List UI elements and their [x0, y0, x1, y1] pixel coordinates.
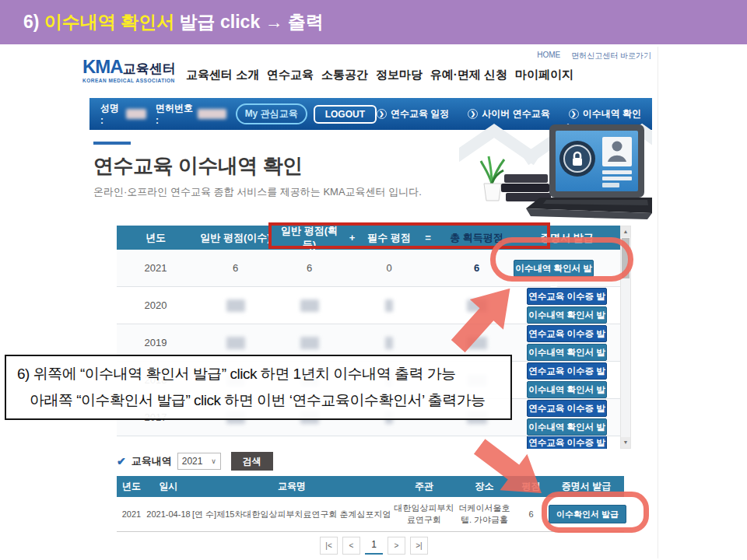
nav-mypage[interactable]: 마이페이지	[515, 68, 573, 82]
quick-link-history[interactable]: ❯이수내역 확인	[569, 107, 641, 121]
year-select-value: 2021	[182, 456, 203, 467]
page-heading: 연수교육 이수내역 확인 온라인·오프라인 연수교육 종합 서비스를 제공하는 …	[93, 142, 422, 199]
course-name-cell: [연 수]제15차대한임상피부치료연구회 춘계심포지엄	[191, 509, 393, 520]
course-cert-button-2020[interactable]: 연수교육 이수증 발급	[527, 288, 607, 305]
scroll-down-icon[interactable]: ▼	[621, 437, 630, 448]
col-general-completed: 일반 평점(이수)	[195, 231, 276, 245]
utility-links: HOME 면허신고센터 바로가기	[537, 51, 651, 61]
history-cert-button-2017[interactable]: 이수내역 확인서 발급	[527, 418, 607, 436]
nav-training[interactable]: 연수교육	[267, 68, 314, 82]
circle-chevron-icon: ❯	[377, 109, 387, 119]
course-cert-button-2019[interactable]: 연수교육 이수증 발급	[527, 325, 607, 342]
heading-accent-line	[93, 142, 131, 145]
col-course: 교육명	[191, 480, 393, 493]
pagination: |< < 1 > >|	[317, 537, 430, 555]
step-title-rest: 발급 click → 출력	[174, 12, 324, 32]
books	[501, 174, 551, 201]
annotation-ring-bottom-button	[542, 492, 649, 533]
history-cert-button-2018[interactable]: 이수내역 확인서 발급	[527, 381, 607, 398]
nav-info[interactable]: 정보마당	[376, 68, 423, 82]
redacted-license-number	[198, 109, 226, 119]
kma-logo-suffix: 교육센터	[123, 61, 176, 76]
pagination-last-button[interactable]: >|	[410, 537, 428, 555]
laptop	[526, 124, 652, 219]
step-title-highlight: 이수내역 확인서	[44, 12, 174, 32]
table-row-2020: 2020 연수교육 이수증 발급 이수내역 확인서 발급	[117, 287, 620, 324]
license-label: 면허번호 :	[156, 102, 194, 126]
license-center-link[interactable]: 면허신고센터 바로가기	[571, 51, 651, 61]
name-label: 성명 :	[100, 102, 122, 126]
course-cert-button-partial[interactable]: 연수교육 이수증 발급	[527, 436, 607, 449]
year-select[interactable]: 2021 ∨	[177, 453, 221, 470]
redacted-value	[300, 337, 319, 349]
lock-icon	[573, 158, 582, 166]
page-title: 연수교육 이수내역 확인	[93, 152, 422, 180]
redacted-value	[300, 299, 319, 312]
quick-links: ❯연수교육 일정 ❯사이버 연수교육 ❯이수내역 확인	[377, 107, 641, 121]
nav-communication[interactable]: 소통공간	[321, 68, 368, 82]
quick-link-schedule-label: 연수교육 일정	[391, 107, 449, 121]
history-cert-button-2020[interactable]: 이수내역 확인서 발급	[527, 306, 607, 324]
year-cell: 2021	[117, 262, 195, 274]
check-icon: ✔	[117, 455, 126, 467]
chevron-down-icon: ∨	[211, 457, 216, 465]
redacted-value	[226, 337, 245, 349]
quick-link-history-label: 이수내역 확인	[583, 107, 641, 121]
history-filter: ✔ 교육내역 2021 ∨ 검색	[117, 452, 273, 471]
step-title-bar: 6) 이수내역 확인서 발급 click → 출력	[0, 0, 747, 44]
scroll-up-icon[interactable]: ▲	[621, 226, 630, 237]
kma-logo-subtitle: KOREAN MEDICAL ASSOCIATION	[82, 79, 176, 84]
person-silhouette	[612, 142, 622, 152]
col-organizer: 주관	[393, 480, 455, 493]
organizer-cell: 대한임상피부치료연구회	[393, 502, 455, 526]
pagination-next-button[interactable]: >	[388, 537, 405, 555]
general-completed-cell: 6	[195, 262, 276, 274]
year-cell: 2020	[117, 299, 195, 311]
general-earned-cell: 6	[276, 262, 342, 274]
instruction-note: 6) 위쪽에 “이수내역 확인서 발급” click 하면 1년치 이수내역 출…	[5, 355, 512, 420]
kma-logo[interactable]: KMA교육센터 KOREAN MEDICAL ASSOCIATION	[82, 58, 176, 84]
kma-site-screenshot: KMA교육센터 KOREAN MEDICAL ASSOCIATION HOME …	[70, 47, 658, 558]
course-cert-button-2017[interactable]: 연수교육 이수증 발급	[527, 400, 607, 417]
home-link[interactable]: HOME	[537, 51, 560, 61]
laptop-illustration	[459, 121, 652, 228]
redacted-value	[385, 299, 393, 312]
col-year: 년도	[117, 480, 146, 493]
redacted-value	[385, 337, 393, 349]
search-button[interactable]: 검색	[231, 452, 273, 471]
quick-link-cyber[interactable]: ❯사이버 연수교육	[468, 107, 549, 121]
my-edu-button[interactable]: My 관심교육	[236, 103, 307, 124]
year-cell: 2021	[117, 509, 146, 519]
pagination-current-page: 1	[365, 537, 383, 555]
quick-link-schedule[interactable]: ❯연수교육 일정	[377, 107, 449, 121]
annotation-ring-top-button	[490, 237, 633, 282]
plant	[481, 156, 504, 201]
pagination-first-button[interactable]: |<	[320, 537, 338, 555]
nav-deferral[interactable]: 유예·면제 신청	[430, 68, 507, 82]
instruction-line-2: 아래쪽 “이수확인서 발급” click 하면 이번 ‘연수교육이수확인서’ 출…	[17, 387, 500, 414]
filter-label: 교육내역	[132, 454, 172, 468]
quick-link-cyber-label: 사이버 연수교육	[482, 107, 549, 121]
kma-logo-text: KMA	[82, 56, 123, 77]
table-row-partial: 연수교육 이수증 발급	[117, 436, 620, 449]
redacted-value	[226, 299, 245, 312]
date-cell: 2021-04-18	[146, 509, 191, 519]
history-cert-button-2019[interactable]: 이수내역 확인서 발급	[527, 344, 607, 361]
circle-chevron-icon: ❯	[569, 109, 579, 119]
slide: 6) 이수내역 확인서 발급 click → 출력 KMA교육센터 KOREAN…	[0, 0, 747, 560]
required-points-cell: 0	[362, 262, 416, 274]
location-cell: 더케이서울호텔. 가야금홀	[455, 502, 514, 526]
redacted-name	[126, 109, 146, 119]
page-subtitle: 온라인·오프라인 연수교육 종합 서비스를 제공하는 KMA교육센터 입니다.	[93, 185, 422, 199]
main-nav: 교육센터 소개 연수교육 소통공간 정보마당 유예·면제 신청 마이페이지	[186, 68, 573, 82]
nav-about[interactable]: 교육센터 소개	[186, 68, 259, 82]
col-date: 일시	[146, 480, 191, 493]
pagination-prev-button[interactable]: <	[342, 537, 360, 555]
instruction-line-1: 6) 위쪽에 “이수내역 확인서 발급” click 하면 1년치 이수내역 출…	[17, 361, 500, 387]
year-cell: 2019	[117, 337, 195, 348]
col-year: 년도	[117, 231, 195, 245]
step-number: 6)	[23, 12, 44, 32]
logout-button[interactable]: LOGOUT	[314, 105, 377, 124]
circle-chevron-icon: ❯	[468, 109, 478, 119]
course-cert-button-2018[interactable]: 연수교육 이수증 발급	[527, 362, 607, 380]
